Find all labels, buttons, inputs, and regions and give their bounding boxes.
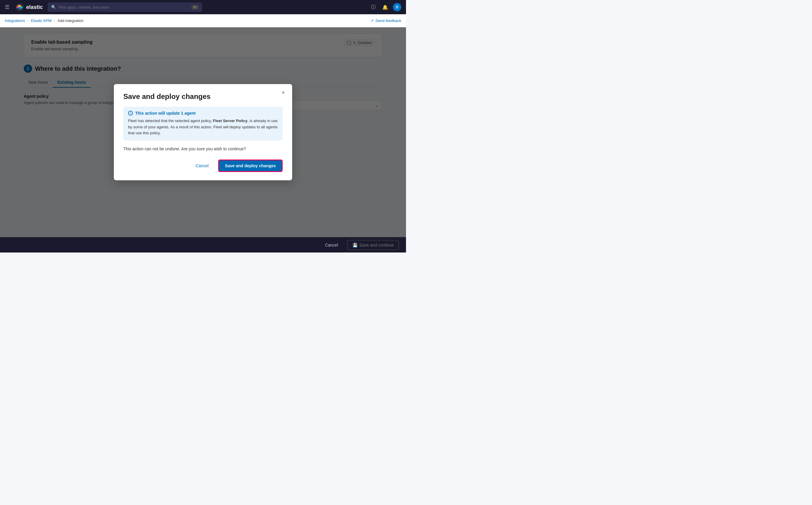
search-input[interactable] — [58, 5, 189, 9]
send-feedback-label: Send feedback — [375, 18, 401, 23]
info-callout: i This action will update 1 agent Fleet … — [123, 107, 283, 141]
main-content: Enable tail-based sampling Enable tail-b… — [0, 27, 406, 237]
global-search-bar[interactable]: 🔍 ⌘/ — [47, 2, 202, 12]
external-link-icon: ↗ — [370, 18, 374, 23]
breadcrumb-integrations[interactable]: Integrations — [5, 18, 25, 23]
modal-actions: Cancel Save and deploy changes — [123, 160, 283, 172]
callout-header: i This action will update 1 agent — [128, 111, 278, 116]
info-icon: i — [128, 111, 133, 116]
search-shortcut: ⌘/ — [191, 5, 198, 9]
callout-header-text: This action will update 1 agent — [135, 111, 195, 116]
avatar[interactable]: D — [393, 3, 401, 11]
elastic-logo[interactable]: elastic — [15, 3, 43, 11]
bottom-bar: Cancel 💾 Save and continue — [0, 237, 406, 252]
logo-text: elastic — [26, 4, 43, 10]
help-icon[interactable]: ⓘ — [369, 3, 378, 11]
breadcrumb-bar: Integrations › Elastic APM › Add integra… — [0, 14, 406, 27]
hamburger-menu[interactable]: ☰ — [5, 4, 9, 10]
modal-overlay: × Save and deploy changes i This action … — [0, 27, 406, 237]
top-navigation: ☰ elastic 🔍 ⌘/ ⓘ 🔔 D — [0, 0, 406, 14]
bottom-cancel-button[interactable]: Cancel — [320, 240, 343, 250]
save-label: Save and continue — [359, 243, 394, 247]
nav-right-icons: ⓘ 🔔 D — [369, 3, 401, 11]
callout-body-text: Fleet has detected that the selected age… — [128, 118, 278, 136]
send-feedback-button[interactable]: ↗ Send feedback — [370, 18, 401, 23]
save-icon: 💾 — [353, 243, 358, 247]
save-deploy-modal: × Save and deploy changes i This action … — [114, 84, 292, 180]
breadcrumb-add-integration: Add integration — [57, 18, 83, 23]
breadcrumb-sep-2: › — [54, 19, 55, 23]
modal-cancel-button[interactable]: Cancel — [191, 161, 214, 171]
breadcrumb-sep-1: › — [27, 19, 28, 23]
modal-close-button[interactable]: × — [279, 89, 287, 97]
elastic-logo-icon — [15, 3, 24, 11]
search-icon: 🔍 — [51, 5, 56, 9]
breadcrumb-elastic-apm[interactable]: Elastic APM — [31, 18, 51, 23]
notifications-icon[interactable]: 🔔 — [381, 3, 389, 11]
modal-confirm-button[interactable]: Save and deploy changes — [218, 160, 283, 172]
modal-warning-text: This action can not be undone. Are you s… — [123, 146, 283, 151]
modal-title: Save and deploy changes — [123, 93, 283, 101]
bottom-save-button[interactable]: 💾 Save and continue — [348, 240, 399, 250]
